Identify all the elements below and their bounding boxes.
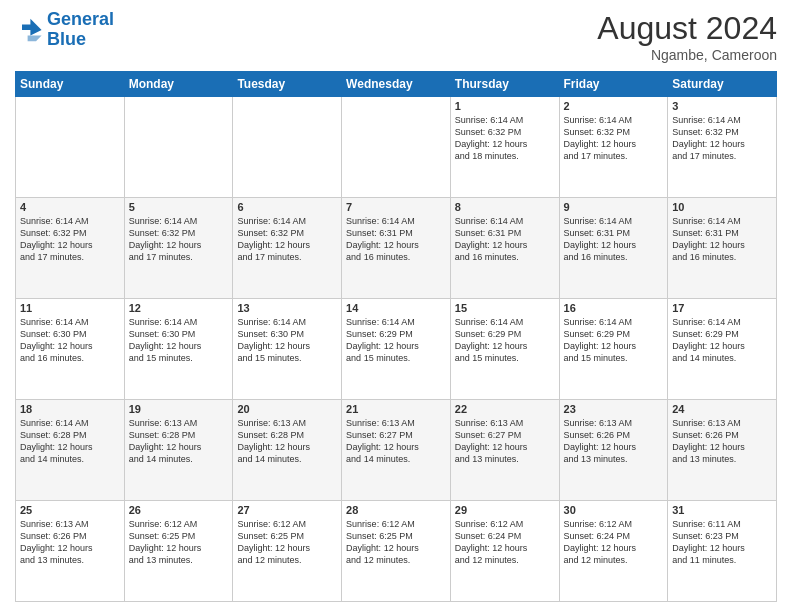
calendar-week-5: 25Sunrise: 6:13 AM Sunset: 6:26 PM Dayli… <box>16 501 777 602</box>
day-number: 14 <box>346 302 446 314</box>
calendar-cell: 6Sunrise: 6:14 AM Sunset: 6:32 PM Daylig… <box>233 198 342 299</box>
day-info: Sunrise: 6:13 AM Sunset: 6:28 PM Dayligh… <box>129 417 229 466</box>
day-info: Sunrise: 6:13 AM Sunset: 6:28 PM Dayligh… <box>237 417 337 466</box>
day-info: Sunrise: 6:12 AM Sunset: 6:25 PM Dayligh… <box>346 518 446 567</box>
calendar-cell <box>342 97 451 198</box>
day-info: Sunrise: 6:14 AM Sunset: 6:31 PM Dayligh… <box>564 215 664 264</box>
calendar-cell: 30Sunrise: 6:12 AM Sunset: 6:24 PM Dayli… <box>559 501 668 602</box>
day-info: Sunrise: 6:14 AM Sunset: 6:32 PM Dayligh… <box>237 215 337 264</box>
calendar-cell: 29Sunrise: 6:12 AM Sunset: 6:24 PM Dayli… <box>450 501 559 602</box>
day-info: Sunrise: 6:14 AM Sunset: 6:29 PM Dayligh… <box>346 316 446 365</box>
calendar-cell: 24Sunrise: 6:13 AM Sunset: 6:26 PM Dayli… <box>668 400 777 501</box>
day-info: Sunrise: 6:14 AM Sunset: 6:29 PM Dayligh… <box>564 316 664 365</box>
day-number: 8 <box>455 201 555 213</box>
day-info: Sunrise: 6:14 AM Sunset: 6:29 PM Dayligh… <box>455 316 555 365</box>
day-number: 25 <box>20 504 120 516</box>
day-number: 19 <box>129 403 229 415</box>
day-number: 3 <box>672 100 772 112</box>
day-number: 20 <box>237 403 337 415</box>
calendar-header-monday: Monday <box>124 72 233 97</box>
calendar-cell <box>233 97 342 198</box>
month-title: August 2024 <box>597 10 777 47</box>
header: General Blue August 2024 Ngambe, Cameroo… <box>15 10 777 63</box>
day-number: 12 <box>129 302 229 314</box>
calendar-cell: 31Sunrise: 6:11 AM Sunset: 6:23 PM Dayli… <box>668 501 777 602</box>
calendar-cell: 15Sunrise: 6:14 AM Sunset: 6:29 PM Dayli… <box>450 299 559 400</box>
day-info: Sunrise: 6:14 AM Sunset: 6:30 PM Dayligh… <box>129 316 229 365</box>
day-number: 18 <box>20 403 120 415</box>
day-number: 4 <box>20 201 120 213</box>
logo: General Blue <box>15 10 114 50</box>
calendar-cell: 1Sunrise: 6:14 AM Sunset: 6:32 PM Daylig… <box>450 97 559 198</box>
calendar-cell: 20Sunrise: 6:13 AM Sunset: 6:28 PM Dayli… <box>233 400 342 501</box>
calendar-cell: 28Sunrise: 6:12 AM Sunset: 6:25 PM Dayli… <box>342 501 451 602</box>
day-info: Sunrise: 6:14 AM Sunset: 6:31 PM Dayligh… <box>455 215 555 264</box>
day-info: Sunrise: 6:14 AM Sunset: 6:28 PM Dayligh… <box>20 417 120 466</box>
calendar-header-tuesday: Tuesday <box>233 72 342 97</box>
day-info: Sunrise: 6:13 AM Sunset: 6:26 PM Dayligh… <box>672 417 772 466</box>
page: General Blue August 2024 Ngambe, Cameroo… <box>0 0 792 612</box>
day-info: Sunrise: 6:14 AM Sunset: 6:31 PM Dayligh… <box>346 215 446 264</box>
calendar-cell: 3Sunrise: 6:14 AM Sunset: 6:32 PM Daylig… <box>668 97 777 198</box>
calendar-cell: 25Sunrise: 6:13 AM Sunset: 6:26 PM Dayli… <box>16 501 125 602</box>
calendar-cell: 7Sunrise: 6:14 AM Sunset: 6:31 PM Daylig… <box>342 198 451 299</box>
day-info: Sunrise: 6:14 AM Sunset: 6:32 PM Dayligh… <box>455 114 555 163</box>
day-info: Sunrise: 6:14 AM Sunset: 6:32 PM Dayligh… <box>564 114 664 163</box>
calendar-cell: 17Sunrise: 6:14 AM Sunset: 6:29 PM Dayli… <box>668 299 777 400</box>
day-info: Sunrise: 6:13 AM Sunset: 6:27 PM Dayligh… <box>346 417 446 466</box>
logo-text: General Blue <box>47 10 114 50</box>
calendar-cell: 9Sunrise: 6:14 AM Sunset: 6:31 PM Daylig… <box>559 198 668 299</box>
calendar-header-thursday: Thursday <box>450 72 559 97</box>
location: Ngambe, Cameroon <box>597 47 777 63</box>
calendar-cell: 4Sunrise: 6:14 AM Sunset: 6:32 PM Daylig… <box>16 198 125 299</box>
day-info: Sunrise: 6:14 AM Sunset: 6:30 PM Dayligh… <box>20 316 120 365</box>
title-block: August 2024 Ngambe, Cameroon <box>597 10 777 63</box>
calendar-header-wednesday: Wednesday <box>342 72 451 97</box>
day-info: Sunrise: 6:11 AM Sunset: 6:23 PM Dayligh… <box>672 518 772 567</box>
calendar-cell <box>16 97 125 198</box>
calendar-header-saturday: Saturday <box>668 72 777 97</box>
day-number: 6 <box>237 201 337 213</box>
day-info: Sunrise: 6:14 AM Sunset: 6:32 PM Dayligh… <box>129 215 229 264</box>
day-number: 31 <box>672 504 772 516</box>
day-number: 26 <box>129 504 229 516</box>
calendar-cell: 2Sunrise: 6:14 AM Sunset: 6:32 PM Daylig… <box>559 97 668 198</box>
calendar-cell: 21Sunrise: 6:13 AM Sunset: 6:27 PM Dayli… <box>342 400 451 501</box>
day-number: 5 <box>129 201 229 213</box>
day-info: Sunrise: 6:14 AM Sunset: 6:31 PM Dayligh… <box>672 215 772 264</box>
day-info: Sunrise: 6:14 AM Sunset: 6:30 PM Dayligh… <box>237 316 337 365</box>
day-number: 13 <box>237 302 337 314</box>
day-info: Sunrise: 6:12 AM Sunset: 6:25 PM Dayligh… <box>129 518 229 567</box>
day-number: 2 <box>564 100 664 112</box>
day-info: Sunrise: 6:13 AM Sunset: 6:26 PM Dayligh… <box>564 417 664 466</box>
calendar-cell: 8Sunrise: 6:14 AM Sunset: 6:31 PM Daylig… <box>450 198 559 299</box>
logo-line2: Blue <box>47 29 86 49</box>
day-info: Sunrise: 6:13 AM Sunset: 6:26 PM Dayligh… <box>20 518 120 567</box>
day-number: 15 <box>455 302 555 314</box>
day-number: 16 <box>564 302 664 314</box>
calendar-cell: 11Sunrise: 6:14 AM Sunset: 6:30 PM Dayli… <box>16 299 125 400</box>
calendar-week-1: 1Sunrise: 6:14 AM Sunset: 6:32 PM Daylig… <box>16 97 777 198</box>
calendar: SundayMondayTuesdayWednesdayThursdayFrid… <box>15 71 777 602</box>
calendar-cell: 16Sunrise: 6:14 AM Sunset: 6:29 PM Dayli… <box>559 299 668 400</box>
calendar-cell <box>124 97 233 198</box>
day-number: 1 <box>455 100 555 112</box>
calendar-cell: 26Sunrise: 6:12 AM Sunset: 6:25 PM Dayli… <box>124 501 233 602</box>
calendar-cell: 12Sunrise: 6:14 AM Sunset: 6:30 PM Dayli… <box>124 299 233 400</box>
day-info: Sunrise: 6:14 AM Sunset: 6:32 PM Dayligh… <box>672 114 772 163</box>
logo-icon <box>15 16 43 44</box>
calendar-cell: 14Sunrise: 6:14 AM Sunset: 6:29 PM Dayli… <box>342 299 451 400</box>
day-number: 24 <box>672 403 772 415</box>
day-info: Sunrise: 6:14 AM Sunset: 6:32 PM Dayligh… <box>20 215 120 264</box>
day-number: 10 <box>672 201 772 213</box>
calendar-cell: 18Sunrise: 6:14 AM Sunset: 6:28 PM Dayli… <box>16 400 125 501</box>
day-number: 11 <box>20 302 120 314</box>
day-number: 30 <box>564 504 664 516</box>
day-number: 23 <box>564 403 664 415</box>
calendar-cell: 13Sunrise: 6:14 AM Sunset: 6:30 PM Dayli… <box>233 299 342 400</box>
day-info: Sunrise: 6:12 AM Sunset: 6:25 PM Dayligh… <box>237 518 337 567</box>
day-info: Sunrise: 6:12 AM Sunset: 6:24 PM Dayligh… <box>455 518 555 567</box>
calendar-week-2: 4Sunrise: 6:14 AM Sunset: 6:32 PM Daylig… <box>16 198 777 299</box>
day-number: 9 <box>564 201 664 213</box>
calendar-header-sunday: Sunday <box>16 72 125 97</box>
